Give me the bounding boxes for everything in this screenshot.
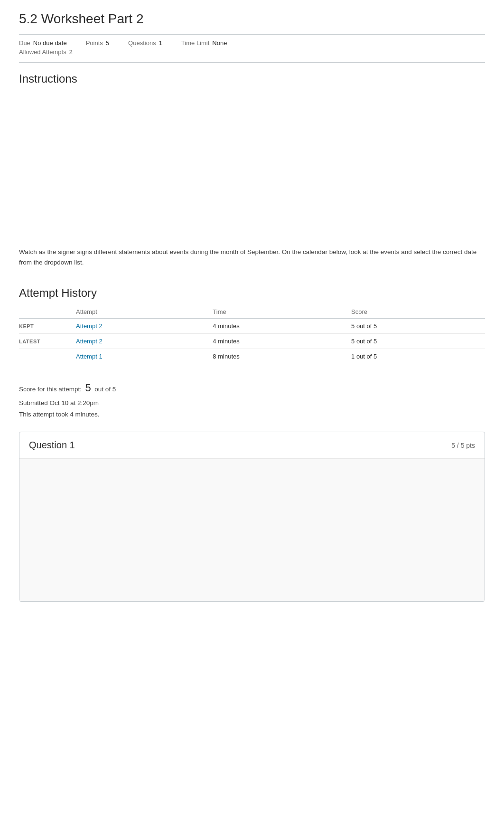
row-score: 5 out of 5 — [351, 334, 485, 349]
meta-questions: Questions 1 — [128, 39, 162, 47]
col-header-attempt: Attempt — [76, 305, 213, 319]
table-row: LATESTAttempt 24 minutes5 out of 5 — [19, 334, 485, 349]
meta-due-value: No due date — [33, 39, 67, 47]
instructions-title: Instructions — [19, 72, 485, 85]
row-score: 5 out of 5 — [351, 319, 485, 334]
attempt-table: Attempt Time Score KEPTAttempt 24 minute… — [19, 305, 485, 364]
row-tag — [19, 349, 76, 364]
meta-section: Due No due date Points 5 Questions 1 Tim… — [19, 34, 485, 63]
row-attempt[interactable]: Attempt 1 — [76, 349, 213, 364]
meta-allowed-attempts: Allowed Attempts 2 — [19, 48, 73, 56]
meta-time-limit-value: None — [212, 39, 227, 47]
attempt-history-section: Attempt History Attempt Time Score KEPTA… — [19, 286, 485, 364]
row-attempt[interactable]: Attempt 2 — [76, 319, 213, 334]
question-title: Question 1 — [29, 440, 75, 451]
row-score: 1 out of 5 — [351, 349, 485, 364]
score-summary: Score for this attempt: 5 out of 5 Submi… — [19, 378, 485, 420]
question-pts: 5 / 5 pts — [451, 442, 475, 449]
col-header-time: Time — [213, 305, 351, 319]
meta-due: Due No due date — [19, 39, 67, 47]
page-container: 5.2 Worksheet Part 2 Due No due date Poi… — [0, 0, 504, 613]
row-tag: KEPT — [19, 319, 76, 334]
page-title: 5.2 Worksheet Part 2 — [19, 11, 485, 27]
meta-questions-value: 1 — [159, 39, 162, 47]
col-header-tag — [19, 305, 76, 319]
row-time: 4 minutes — [213, 334, 351, 349]
score-label: Score for this attempt: — [19, 386, 82, 393]
question-header: Question 1 5 / 5 pts — [19, 432, 485, 459]
col-header-score: Score — [351, 305, 485, 319]
instructions-body: Watch as the signer signs different stat… — [19, 247, 485, 267]
meta-points-label: Points — [86, 39, 103, 47]
row-attempt[interactable]: Attempt 2 — [76, 334, 213, 349]
meta-time-limit-label: Time Limit — [181, 39, 209, 47]
meta-questions-label: Questions — [128, 39, 156, 47]
meta-allowed-attempts-label: Allowed Attempts — [19, 48, 66, 56]
score-value: 5 — [85, 382, 91, 394]
meta-points: Points 5 — [86, 39, 109, 47]
table-row: KEPTAttempt 24 minutes5 out of 5 — [19, 319, 485, 334]
question-section: Question 1 5 / 5 pts — [19, 432, 485, 602]
meta-points-value: 5 — [106, 39, 109, 47]
attempt-history-title: Attempt History — [19, 286, 485, 300]
meta-time-limit: Time Limit None — [181, 39, 227, 47]
score-line: Score for this attempt: 5 out of 5 — [19, 378, 485, 397]
score-out-of: out of 5 — [94, 386, 116, 393]
row-tag: LATEST — [19, 334, 76, 349]
table-header-row: Attempt Time Score — [19, 305, 485, 319]
question-body — [19, 459, 485, 601]
meta-due-label: Due — [19, 39, 30, 47]
submitted-line: Submitted Oct 10 at 2:20pm — [19, 397, 485, 409]
table-row: Attempt 18 minutes1 out of 5 — [19, 349, 485, 364]
meta-row-1: Due No due date Points 5 Questions 1 Tim… — [19, 39, 485, 47]
row-time: 4 minutes — [213, 319, 351, 334]
duration-line: This attempt took 4 minutes. — [19, 409, 485, 420]
meta-allowed-attempts-value: 2 — [69, 48, 73, 56]
meta-row-2: Allowed Attempts 2 — [19, 48, 485, 56]
row-time: 8 minutes — [213, 349, 351, 364]
instructions-section: Instructions Watch as the signer signs d… — [19, 72, 485, 267]
